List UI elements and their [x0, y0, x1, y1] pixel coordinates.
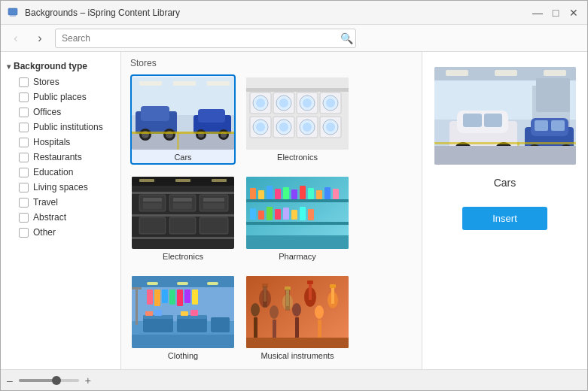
svg-rect-60: [203, 203, 224, 209]
main-content: ▾ Background type Stores Public places O…: [1, 52, 587, 369]
sidebar-item-public-places[interactable]: Public places: [1, 89, 120, 105]
svg-rect-9: [141, 106, 169, 121]
close-button[interactable]: ✕: [566, 5, 581, 20]
svg-point-28: [279, 99, 288, 108]
svg-rect-90: [308, 209, 314, 220]
zoom-slider[interactable]: [19, 379, 79, 382]
search-button[interactable]: 🔍: [340, 32, 353, 44]
svg-point-37: [256, 123, 265, 132]
sidebar-item-public-institutions[interactable]: Public institutions: [1, 120, 120, 135]
svg-rect-65: [139, 179, 154, 182]
zoom-minus-icon[interactable]: –: [7, 374, 13, 386]
svg-rect-88: [291, 210, 297, 220]
sidebar-section-header[interactable]: ▾ Background type: [1, 58, 120, 74]
gallery-item-label-clothing: Clothing: [168, 351, 198, 360]
public-institutions-checkbox[interactable]: [19, 123, 29, 132]
svg-rect-157: [484, 114, 502, 127]
svg-rect-51: [132, 237, 234, 239]
svg-rect-156: [463, 114, 482, 127]
abstract-checkbox[interactable]: [19, 213, 29, 223]
public-places-checkbox[interactable]: [19, 92, 29, 102]
svg-rect-77: [291, 189, 297, 199]
gallery-item-electronics1[interactable]: Electronics: [245, 74, 350, 165]
gallery-scroll: Cars: [121, 71, 422, 369]
sidebar-item-living-spaces[interactable]: Living spaces: [1, 180, 120, 195]
insert-button[interactable]: Insert: [462, 207, 547, 230]
sidebar-item-offices[interactable]: Offices: [1, 105, 120, 120]
svg-rect-4: [139, 81, 162, 86]
sidebar-item-education[interactable]: Education: [1, 165, 120, 180]
other-checkbox[interactable]: [19, 228, 29, 238]
svg-rect-0: [8, 8, 17, 15]
svg-rect-115: [177, 282, 188, 285]
search-input[interactable]: [55, 29, 356, 48]
svg-rect-135: [331, 287, 334, 304]
svg-point-46: [326, 123, 335, 132]
svg-rect-112: [190, 310, 198, 316]
svg-rect-75: [275, 189, 281, 199]
svg-rect-85: [267, 207, 273, 220]
sidebar-item-other[interactable]: Other: [1, 225, 120, 240]
gallery-item-clothing[interactable]: Clothing: [130, 273, 236, 363]
minimize-button[interactable]: —: [530, 5, 545, 20]
hospitals-checkbox[interactable]: [19, 138, 29, 147]
svg-rect-73: [258, 190, 264, 199]
title-bar-controls: — □ ✕: [530, 5, 581, 20]
svg-rect-113: [132, 335, 234, 348]
svg-rect-80: [316, 190, 322, 199]
svg-rect-5: [173, 81, 196, 86]
svg-rect-87: [283, 208, 289, 220]
svg-rect-111: [181, 311, 188, 316]
forward-button[interactable]: ›: [31, 29, 49, 47]
svg-point-142: [292, 303, 301, 317]
svg-rect-81: [324, 187, 331, 199]
svg-rect-56: [173, 198, 192, 202]
gallery-thumb-cars: [132, 77, 234, 150]
svg-rect-83: [250, 208, 256, 220]
sidebar-item-label: Abstract: [33, 212, 66, 223]
zoom-slider-thumb[interactable]: [52, 376, 61, 385]
svg-rect-66: [175, 179, 190, 182]
back-button[interactable]: ‹: [7, 29, 25, 47]
offices-checkbox[interactable]: [19, 108, 29, 117]
sidebar-item-hospitals[interactable]: Hospitals: [1, 135, 120, 150]
window-title: Backgrounds – iSpring Content Library: [25, 8, 180, 18]
travel-checkbox[interactable]: [19, 198, 29, 208]
svg-rect-49: [132, 192, 234, 194]
gallery-thumb-musical: [246, 276, 349, 348]
svg-rect-103: [192, 289, 198, 305]
svg-rect-63: [200, 217, 228, 234]
svg-rect-91: [246, 235, 349, 249]
gallery-item-musical[interactable]: Musical instruments: [245, 273, 350, 363]
svg-rect-15: [198, 109, 225, 123]
zoom-plus-icon[interactable]: +: [85, 374, 91, 386]
gallery-thumb-electronics2: [132, 177, 234, 249]
gallery-item-pharmacy[interactable]: Pharmacy: [245, 174, 350, 264]
svg-rect-104: [143, 317, 173, 332]
sidebar-item-stores[interactable]: Stores: [1, 74, 120, 89]
svg-rect-54: [143, 203, 162, 209]
svg-rect-74: [267, 186, 273, 199]
preview-image: [434, 67, 576, 165]
toolbar: ‹ › 🔍: [1, 25, 587, 52]
gallery-grid: Cars: [130, 74, 413, 363]
svg-rect-98: [154, 289, 160, 306]
svg-rect-79: [308, 188, 314, 199]
sidebar-item-abstract[interactable]: Abstract: [1, 210, 120, 225]
svg-rect-150: [495, 70, 517, 76]
stores-checkbox[interactable]: [19, 77, 29, 87]
svg-point-144: [315, 305, 324, 319]
svg-rect-82: [333, 189, 339, 199]
title-bar: Backgrounds – iSpring Content Library — …: [1, 1, 587, 25]
svg-rect-70: [246, 199, 349, 202]
sidebar-item-travel[interactable]: Travel: [1, 195, 120, 210]
gallery-item-electronics2[interactable]: Electronics: [130, 174, 236, 264]
restaurants-checkbox[interactable]: [19, 153, 29, 162]
sidebar-item-restaurants[interactable]: Restaurants: [1, 150, 120, 165]
gallery-item-cars[interactable]: Cars: [130, 74, 236, 165]
maximize-button[interactable]: □: [548, 5, 563, 20]
gallery-thumb-electronics1: [246, 77, 349, 150]
app-icon: [7, 7, 19, 19]
living-spaces-checkbox[interactable]: [19, 183, 29, 192]
education-checkbox[interactable]: [19, 168, 29, 177]
